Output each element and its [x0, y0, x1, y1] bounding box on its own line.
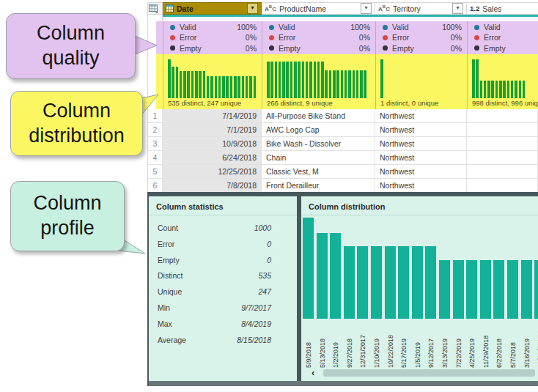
cell-product[interactable]: Chain: [262, 151, 375, 165]
distribution-bar[interactable]: [371, 246, 382, 319]
cell-product[interactable]: All-Purpose Bike Stand: [262, 109, 375, 123]
empty-dot: [269, 45, 274, 51]
mini-bar: [507, 81, 510, 98]
column-header-date[interactable]: Date ▾: [163, 2, 262, 15]
cell-territory[interactable]: Northwest: [375, 109, 467, 123]
distribution-bar[interactable]: [521, 260, 532, 319]
column-header-territory[interactable]: ABC Territory ▾: [375, 2, 467, 15]
stat-row: Error 0: [149, 237, 297, 253]
mini-bar: [484, 81, 487, 98]
distribution-bar[interactable]: [439, 260, 450, 319]
distribution-bar[interactable]: [466, 260, 477, 319]
cell-date[interactable]: 7/8/2018: [163, 179, 262, 193]
table-row[interactable]: 1 7/14/2019 All-Purpose Bike Stand North…: [147, 109, 538, 123]
cell-date[interactable]: 6/24/2018: [163, 151, 262, 165]
x-axis-label: 5/7/2018: [509, 322, 517, 368]
panel-title: Column distribution: [301, 196, 538, 215]
row-number[interactable]: 6: [147, 179, 163, 193]
table-row[interactable]: 2 7/1/2019 AWC Logo Cap Northwest: [147, 123, 538, 137]
distribution-caption: 535 distinct, 247 unique: [168, 99, 241, 107]
cell-product[interactable]: Bike Wash - Dissolver: [262, 137, 375, 151]
distribution-cell-date: 535 distinct, 247 unique: [163, 54, 262, 109]
cell-sales[interactable]: [467, 179, 538, 193]
distribution-bar[interactable]: [303, 218, 314, 319]
mini-bar: [191, 71, 194, 98]
horizontal-scrollbar[interactable]: [323, 369, 535, 377]
cell-territory[interactable]: Northwest: [375, 179, 467, 193]
mini-distribution-chart[interactable]: [168, 59, 257, 98]
table-row[interactable]: 6 7/8/2018 Front Derailleur Northwest: [147, 179, 538, 193]
mini-bar: [230, 76, 233, 98]
quality-cell-sales: Valid Error Empty: [467, 21, 538, 54]
distribution-bar[interactable]: [357, 246, 368, 319]
cell-sales[interactable]: [467, 137, 538, 151]
distribution-bar[interactable]: [398, 246, 409, 319]
empty-dot: [170, 45, 175, 51]
x-axis-label: 3/13/2019: [441, 322, 449, 368]
filter-dropdown-icon[interactable]: ▾: [247, 3, 258, 14]
mini-distribution-chart[interactable]: [380, 59, 463, 98]
cell-territory[interactable]: Northwest: [375, 137, 467, 151]
stat-row: Empty 0: [149, 253, 297, 269]
quality-label: Error: [279, 33, 295, 42]
cell-date[interactable]: 12/25/2018: [163, 165, 262, 179]
table-row[interactable]: 5 12/25/2018 Classic Vest, M Northwest: [147, 165, 538, 179]
cell-sales[interactable]: [467, 151, 538, 165]
quality-label: Error: [484, 33, 501, 42]
stat-value: 247: [258, 284, 271, 300]
mini-bar: [348, 70, 351, 98]
cell-date[interactable]: 7/1/2019: [163, 123, 262, 137]
error-dot: [170, 35, 175, 40]
column-name: ProductName: [279, 4, 326, 13]
x-axis-label: 1/5/2019: [413, 322, 422, 368]
table-row[interactable]: 4 6/24/2018 Chain Northwest: [147, 151, 538, 165]
x-axis-label: 1/10/2019: [372, 322, 381, 368]
mini-bar: [290, 62, 293, 98]
distribution-bar[interactable]: [493, 260, 504, 319]
row-number[interactable]: 4: [147, 151, 163, 165]
table-row[interactable]: 3 10/9/2018 Bike Wash - Dissolver Northw…: [147, 137, 538, 151]
cell-territory[interactable]: Northwest: [375, 165, 467, 179]
column-header-productname[interactable]: ABC ProductName ▾: [262, 2, 375, 15]
stat-row: Unique 247: [149, 284, 297, 300]
mini-bar: [344, 70, 347, 98]
cell-territory[interactable]: Northwest: [375, 151, 467, 165]
filter-dropdown-icon[interactable]: ▾: [361, 3, 372, 14]
distribution-bar[interactable]: [534, 260, 538, 319]
row-number[interactable]: 2: [147, 123, 163, 137]
mini-bar: [282, 62, 285, 98]
mini-distribution-chart[interactable]: [472, 59, 534, 98]
cell-product[interactable]: Front Derailleur: [262, 179, 375, 193]
column-header-sales[interactable]: 1.2 Sales: [467, 2, 538, 15]
quality-value: 0%: [246, 33, 257, 42]
distribution-bar[interactable]: [412, 246, 423, 319]
cell-sales[interactable]: [467, 165, 538, 179]
distribution-bar[interactable]: [507, 260, 518, 319]
distribution-bar[interactable]: [453, 260, 464, 319]
cell-product[interactable]: AWC Logo Cap: [262, 123, 375, 137]
valid-dot: [383, 25, 388, 30]
filter-dropdown-icon[interactable]: ▾: [452, 3, 463, 14]
distribution-bar[interactable]: [317, 233, 328, 319]
row-number[interactable]: 1: [147, 109, 163, 123]
distribution-bar[interactable]: [480, 260, 491, 319]
cell-sales[interactable]: [467, 109, 538, 123]
scroll-left-icon[interactable]: ‹: [312, 367, 314, 378]
select-all-header[interactable]: [147, 2, 163, 15]
cell-product[interactable]: Classic Vest, M: [262, 165, 375, 179]
cell-territory[interactable]: Northwest: [375, 123, 467, 137]
cell-date[interactable]: 7/14/2019: [163, 109, 262, 123]
distribution-bar[interactable]: [344, 246, 355, 319]
text-type-icon: ABC: [378, 4, 390, 12]
stat-label: Distinct: [158, 268, 183, 284]
distribution-bar[interactable]: [330, 233, 341, 319]
distribution-bar[interactable]: [385, 246, 396, 319]
mini-bar: [254, 76, 257, 98]
quality-label: Valid: [180, 23, 196, 32]
row-number[interactable]: 3: [147, 137, 163, 151]
cell-sales[interactable]: [467, 123, 538, 137]
distribution-bar[interactable]: [425, 246, 436, 319]
row-number[interactable]: 5: [147, 165, 163, 179]
cell-date[interactable]: 10/9/2018: [163, 137, 262, 151]
mini-distribution-chart[interactable]: [267, 59, 371, 98]
